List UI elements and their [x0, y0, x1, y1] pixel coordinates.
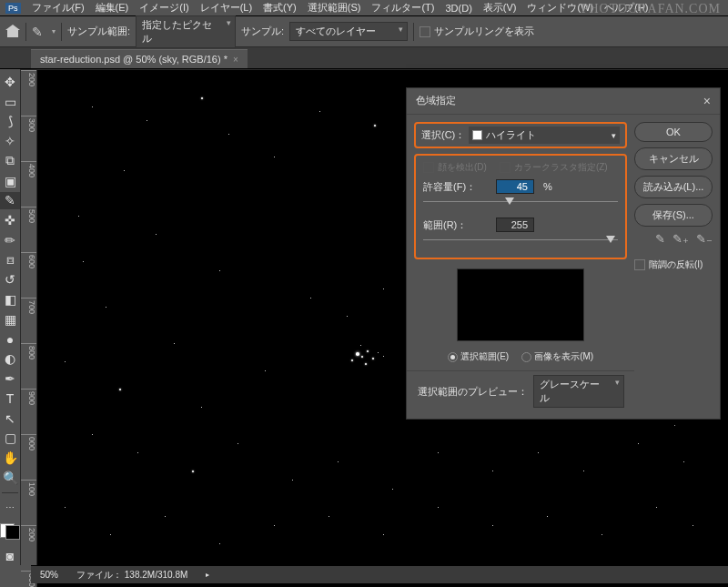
- fuzziness-unit: %: [543, 181, 552, 192]
- radio-selection[interactable]: 選択範囲(E): [448, 350, 509, 363]
- status-bar: 50% ファイル： 138.2M/310.8M ▸: [31, 565, 728, 583]
- menu-image[interactable]: イメージ(I): [139, 1, 188, 15]
- pen-tool[interactable]: ✒: [0, 369, 20, 388]
- eyedropper-icon[interactable]: ✎: [655, 232, 665, 246]
- fuzziness-slider[interactable]: [423, 196, 618, 208]
- gradient-tool[interactable]: ▦: [0, 310, 20, 329]
- dodge-tool[interactable]: ◐: [0, 350, 20, 369]
- preview-mode-label: 選択範囲のプレビュー：: [418, 385, 528, 399]
- crop-tool[interactable]: ⧉: [0, 152, 20, 170]
- ok-button[interactable]: OK: [634, 122, 713, 142]
- file-size: ファイル： 138.2M/310.8M: [76, 569, 187, 582]
- invert-checkbox[interactable]: 階調の反転(I): [634, 258, 713, 271]
- app-icon: Ps: [5, 3, 21, 14]
- history-brush-tool[interactable]: ↺: [0, 271, 20, 289]
- preview-mode-select[interactable]: グレースケール: [533, 375, 624, 408]
- toolbar: ✥ ▭ ⟆ ✧ ⧉ ▣ ✎ ✜ ✏ ⧈ ↺ ◧ ▦ ● ◐ ✒ T ↖ ▢ ✋ …: [0, 69, 21, 565]
- select-row: 選択(C)： ハイライト: [414, 122, 627, 148]
- hand-tool[interactable]: ✋: [0, 449, 20, 467]
- zoom-level[interactable]: 50%: [40, 570, 58, 580]
- eyedropper-add-icon[interactable]: ✎₊: [672, 232, 689, 246]
- move-tool[interactable]: ✥: [0, 73, 20, 91]
- load-button[interactable]: 読み込み(L)...: [634, 176, 713, 198]
- menu-3d[interactable]: 3D(D): [445, 3, 471, 14]
- range-label: 範囲(R)：: [423, 218, 487, 232]
- save-button[interactable]: 保存(S)...: [634, 204, 713, 227]
- sample-ring-checkbox[interactable]: サンプルリングを表示: [420, 25, 534, 38]
- home-icon[interactable]: [5, 25, 20, 39]
- menu-view[interactable]: 表示(V): [483, 1, 517, 15]
- menu-layer[interactable]: レイヤー(L): [200, 1, 252, 15]
- document-tab[interactable]: star-reduction.psd @ 50% (sky, RGB/16) *…: [31, 49, 248, 68]
- zoom-tool[interactable]: 🔍: [0, 469, 20, 487]
- path-tool[interactable]: ↖: [0, 410, 20, 428]
- options-bar: ✎ ▾ サンプル範囲: 指定したピクセル サンプル: すべてのレイヤー サンプル…: [0, 16, 728, 47]
- color-range-dialog: 色域指定 × 選択(C)： ハイライト 顔を検出(D) カラークラスタ指定(Z)…: [406, 87, 721, 420]
- watermark: PHOTOGRAFAN.COM: [581, 2, 721, 16]
- dialog-titlebar[interactable]: 色域指定 ×: [407, 88, 720, 115]
- lasso-tool[interactable]: ⟆: [0, 113, 20, 131]
- cancel-button[interactable]: キャンセル: [634, 147, 713, 170]
- heal-tool[interactable]: ✜: [0, 211, 20, 229]
- face-detect-checkbox: 顔を検出(D): [423, 161, 487, 174]
- params-box: 顔を検出(D) カラークラスタ指定(Z) 許容量(F)： 45 % 範囲(R)：…: [414, 154, 627, 259]
- select-label: 選択(C)：: [421, 128, 465, 142]
- eraser-tool[interactable]: ◧: [0, 290, 20, 309]
- color-cluster-checkbox: カラークラスタ指定(Z): [500, 161, 608, 174]
- select-dropdown[interactable]: ハイライト: [469, 127, 620, 144]
- eyedropper-sub-icon[interactable]: ✎₋: [696, 232, 713, 246]
- sample-select[interactable]: すべてのレイヤー: [289, 22, 408, 41]
- close-icon[interactable]: ×: [703, 94, 711, 108]
- color-swatch[interactable]: [0, 523, 20, 540]
- range-slider[interactable]: [423, 234, 618, 247]
- preview-box: [457, 268, 584, 341]
- dialog-title: 色域指定: [416, 94, 456, 108]
- close-icon[interactable]: ×: [233, 55, 238, 65]
- sample-size-select[interactable]: 指定したピクセル: [136, 15, 236, 48]
- radio-image[interactable]: 画像を表示(M): [521, 350, 593, 363]
- wand-tool[interactable]: ✧: [0, 132, 20, 150]
- sample-label: サンプル:: [241, 25, 284, 38]
- shape-tool[interactable]: ▢: [0, 430, 20, 448]
- tab-bar: star-reduction.psd @ 50% (sky, RGB/16) *…: [0, 47, 728, 69]
- range-input[interactable]: 255: [496, 218, 534, 232]
- eyedropper-icon[interactable]: ✎: [32, 25, 46, 39]
- fuzziness-label: 許容量(F)：: [423, 180, 487, 194]
- menu-type[interactable]: 書式(Y): [263, 1, 297, 15]
- eyedropper-tool[interactable]: ✎: [0, 192, 20, 210]
- menu-select[interactable]: 選択範囲(S): [308, 1, 361, 15]
- quickmask-tool[interactable]: ◙: [0, 547, 20, 565]
- vertical-ruler: 200300400500600700800900000100200300: [21, 70, 37, 587]
- menu-file[interactable]: ファイル(F): [32, 1, 85, 15]
- brush-tool[interactable]: ✏: [0, 231, 20, 249]
- frame-tool[interactable]: ▣: [0, 172, 20, 190]
- marquee-tool[interactable]: ▭: [0, 93, 20, 111]
- edit-toolbar[interactable]: ⋯: [0, 499, 20, 517]
- blur-tool[interactable]: ●: [0, 330, 20, 349]
- menu-filter[interactable]: フィルター(T): [371, 1, 434, 15]
- type-tool[interactable]: T: [0, 390, 20, 408]
- stamp-tool[interactable]: ⧈: [0, 251, 20, 269]
- sample-size-label: サンプル範囲:: [67, 25, 130, 38]
- fuzziness-input[interactable]: 45: [496, 179, 534, 194]
- menu-edit[interactable]: 編集(E): [96, 1, 129, 15]
